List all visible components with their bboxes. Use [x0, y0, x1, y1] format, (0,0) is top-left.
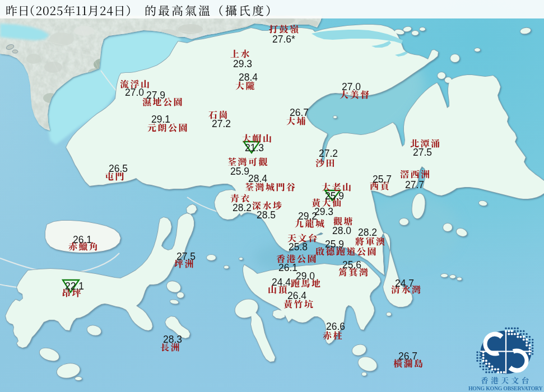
- svg-text:HONG KONG OBSERVATORY: HONG KONG OBSERVATORY: [468, 385, 543, 391]
- svg-text:26.4: 26.4: [287, 290, 306, 301]
- svg-text:28.5: 28.5: [257, 209, 276, 221]
- svg-text:27.5: 27.5: [413, 147, 432, 158]
- svg-text:27.0: 27.0: [125, 87, 144, 98]
- svg-text:26.7: 26.7: [398, 351, 417, 362]
- svg-text:26.5: 26.5: [109, 163, 128, 174]
- svg-text:27.0: 27.0: [342, 81, 361, 92]
- svg-text:24.4: 24.4: [272, 277, 291, 288]
- svg-text:28.3: 28.3: [163, 334, 182, 345]
- svg-text:27.9: 27.9: [146, 90, 165, 101]
- svg-text:25.9: 25.9: [325, 239, 344, 250]
- svg-text:28.2: 28.2: [233, 202, 252, 213]
- svg-text:22.1: 22.1: [65, 281, 84, 292]
- svg-text:28.0: 28.0: [332, 225, 351, 236]
- svg-text:26.7: 26.7: [290, 107, 309, 118]
- svg-text:26.6: 26.6: [326, 321, 345, 332]
- svg-text:25.9: 25.9: [230, 166, 249, 177]
- svg-text:27.7: 27.7: [405, 179, 424, 190]
- svg-text:25.7: 25.7: [373, 174, 392, 185]
- svg-text:27.6*: 27.6*: [272, 34, 295, 45]
- svg-text:28.4: 28.4: [248, 173, 267, 184]
- svg-text:25.6: 25.6: [342, 259, 361, 270]
- svg-text:27.5: 27.5: [176, 251, 196, 262]
- svg-text:29.0: 29.0: [296, 270, 315, 282]
- svg-text:21.3: 21.3: [245, 142, 264, 153]
- svg-text:27.2: 27.2: [212, 118, 231, 129]
- svg-text:29.3: 29.3: [233, 58, 252, 69]
- svg-text:26.1: 26.1: [73, 234, 92, 245]
- svg-text:29.2: 29.2: [298, 211, 317, 222]
- svg-text:27.2: 27.2: [319, 148, 338, 159]
- svg-text:28.4: 28.4: [239, 72, 258, 83]
- svg-text:28.2: 28.2: [358, 227, 377, 238]
- svg-text:26.1: 26.1: [278, 262, 297, 273]
- svg-text:29.3: 29.3: [314, 206, 333, 217]
- svg-text:25.9: 25.9: [325, 190, 344, 202]
- svg-text:29.1: 29.1: [151, 114, 170, 125]
- svg-text:25.8: 25.8: [289, 241, 308, 253]
- svg-text:24.7: 24.7: [395, 278, 414, 289]
